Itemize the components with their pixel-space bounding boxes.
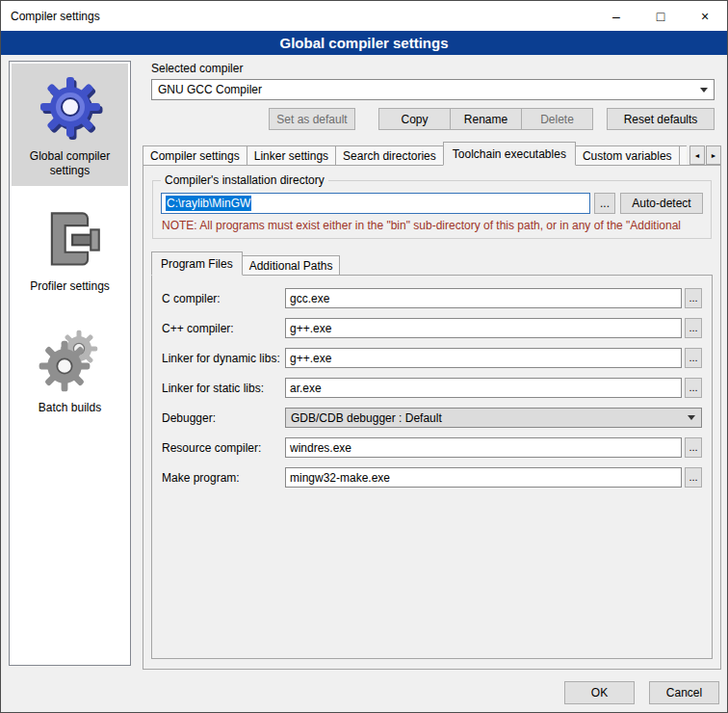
- close-icon[interactable]: ×: [683, 1, 727, 31]
- c-compiler-browse-button[interactable]: ...: [685, 288, 702, 308]
- minimize-icon[interactable]: –: [594, 1, 638, 31]
- sidebar-item-label: Profiler settings: [30, 279, 110, 294]
- make-program-label: Make program:: [162, 471, 285, 485]
- batch-builds-icon: [35, 323, 106, 394]
- installation-directory-group-title: Compiler's installation directory: [161, 173, 328, 187]
- dynamic-linker-browse-button[interactable]: ...: [685, 348, 702, 368]
- maximize-icon[interactable]: □: [638, 1, 683, 31]
- sidebar-item-profiler-settings[interactable]: Profiler settings: [12, 199, 128, 302]
- static-linker-row: Linker for static libs: ...: [162, 378, 702, 398]
- static-linker-label: Linker for static libs:: [162, 382, 285, 395]
- cpp-compiler-row: C++ compiler: ...: [162, 318, 702, 338]
- ok-button[interactable]: OK: [564, 681, 635, 704]
- toolchain-executables-panel: Compiler's installation directory C:\ray…: [143, 165, 721, 670]
- sidebar-item-global-compiler-settings[interactable]: Global compiler settings: [12, 64, 128, 186]
- gear-icon: [35, 71, 106, 143]
- resource-compiler-label: Resource compiler:: [162, 441, 285, 455]
- note-text: NOTE: All programs must exist either in …: [162, 219, 703, 232]
- compiler-select-value: GNU GCC Compiler: [158, 83, 262, 96]
- program-tabs: Program Files Additional Paths: [151, 251, 713, 276]
- debugger-select-value: GDB/CDB debugger : Default: [291, 411, 442, 425]
- resource-compiler-input[interactable]: [285, 437, 682, 458]
- window-title: Compiler settings: [1, 10, 594, 23]
- tab-scroll-left-icon[interactable]: ◄: [689, 145, 705, 165]
- tab-linker-settings[interactable]: Linker settings: [247, 145, 336, 166]
- tab-scroll-buttons: ◄ ►: [687, 145, 721, 165]
- browse-directory-button[interactable]: ...: [594, 193, 615, 214]
- program-files-panel: C compiler: ... C++ compiler: ... Linker…: [151, 275, 713, 659]
- settings-tabs: Compiler settings Linker settings Search…: [143, 142, 721, 166]
- debugger-label: Debugger:: [162, 411, 285, 425]
- c-compiler-label: C compiler:: [162, 292, 285, 305]
- c-compiler-input[interactable]: [285, 288, 682, 308]
- make-program-row: Make program: ...: [162, 467, 702, 488]
- static-linker-input[interactable]: [285, 378, 682, 398]
- category-list: Global compiler settings Profiler settin…: [9, 61, 131, 666]
- sidebar-item-label: Global compiler settings: [15, 149, 124, 178]
- make-program-browse-button[interactable]: ...: [685, 467, 702, 488]
- debugger-row: Debugger: GDB/CDB debugger : Default: [162, 408, 702, 428]
- profiler-icon: [38, 207, 103, 273]
- copy-button[interactable]: Copy: [378, 108, 451, 130]
- sidebar-item-label: Batch builds: [39, 401, 101, 415]
- tab-program-files[interactable]: Program Files: [151, 251, 243, 276]
- tab-scroll-right-icon[interactable]: ►: [706, 145, 721, 165]
- resource-compiler-browse-button[interactable]: ...: [685, 437, 702, 458]
- resource-compiler-row: Resource compiler: ...: [162, 437, 702, 458]
- cpp-compiler-label: C++ compiler:: [162, 322, 285, 335]
- dynamic-linker-row: Linker for dynamic libs: ...: [162, 348, 702, 368]
- compiler-select[interactable]: GNU GCC Compiler: [151, 79, 715, 100]
- static-linker-browse-button[interactable]: ...: [685, 378, 702, 398]
- rename-button[interactable]: Rename: [450, 108, 522, 130]
- cancel-button[interactable]: Cancel: [649, 681, 719, 704]
- tab-compiler-settings[interactable]: Compiler settings: [143, 145, 247, 166]
- chevron-down-icon: [683, 409, 700, 426]
- reset-defaults-button[interactable]: Reset defaults: [607, 108, 715, 130]
- installation-directory-input[interactable]: C:\raylib\MinGW: [161, 193, 590, 214]
- dialog-footer: OK Cancel: [564, 681, 719, 704]
- delete-button[interactable]: Delete: [521, 108, 593, 130]
- make-program-input[interactable]: [285, 467, 682, 488]
- auto-detect-button[interactable]: Auto-detect: [620, 193, 703, 214]
- window-controls: – □ ×: [594, 1, 727, 31]
- tab-custom-variables[interactable]: Custom variables: [575, 145, 680, 166]
- compiler-settings-window: { "window": { "title": "Compiler setting…: [0, 0, 728, 713]
- c-compiler-row: C compiler: ...: [162, 288, 702, 308]
- debugger-select[interactable]: GDB/CDB debugger : Default: [285, 408, 702, 428]
- cpp-compiler-input[interactable]: [285, 318, 682, 338]
- selected-compiler-label: Selected compiler: [151, 62, 721, 75]
- tab-toolchain-executables[interactable]: Toolchain executables: [443, 142, 576, 166]
- cpp-compiler-browse-button[interactable]: ...: [685, 318, 702, 338]
- chevron-down-icon: [695, 81, 713, 98]
- installation-directory-group: Compiler's installation directory C:\ray…: [152, 180, 712, 239]
- tab-additional-paths[interactable]: Additional Paths: [242, 255, 341, 276]
- compiler-actions: Set as default Copy Rename Delete Reset …: [143, 108, 715, 130]
- installation-directory-row: C:\raylib\MinGW ... Auto-detect: [161, 193, 703, 214]
- titlebar: Compiler settings – □ ×: [1, 1, 727, 31]
- dynamic-linker-input[interactable]: [285, 348, 682, 368]
- set-as-default-button[interactable]: Set as default: [269, 108, 355, 130]
- installation-directory-value: C:\raylib\MinGW: [166, 196, 251, 211]
- main-panel: Selected compiler GNU GCC Compiler Set a…: [143, 59, 721, 670]
- tab-search-directories[interactable]: Search directories: [335, 145, 444, 166]
- dynamic-linker-label: Linker for dynamic libs:: [162, 352, 285, 365]
- dialog-header: Global compiler settings: [1, 31, 727, 55]
- sidebar-item-batch-builds[interactable]: Batch builds: [12, 315, 128, 423]
